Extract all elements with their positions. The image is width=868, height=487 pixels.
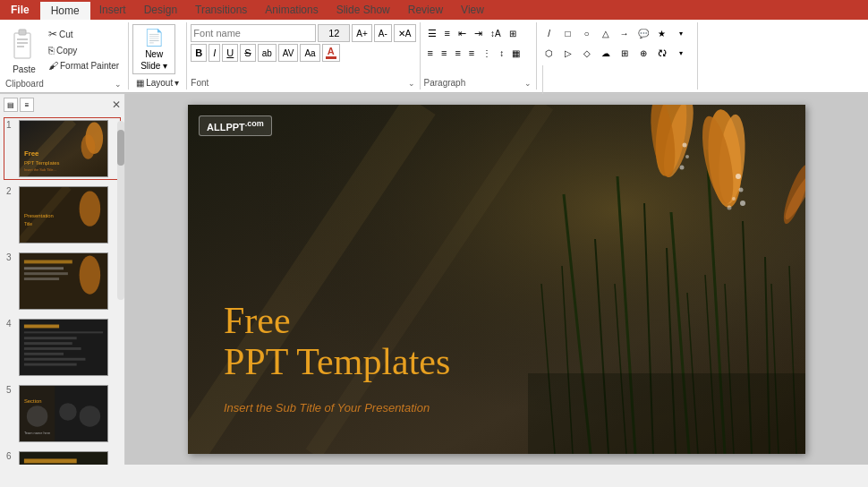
- underline-button[interactable]: U: [222, 44, 238, 62]
- clipboard-group: Paste ✂ Cut ⎘ Copy 🖌 Format Painter: [2, 22, 129, 90]
- font-grow-button[interactable]: A+: [352, 24, 372, 42]
- case-button[interactable]: Aa: [300, 44, 319, 62]
- font-shrink-button[interactable]: A-: [374, 24, 392, 42]
- align-center-button[interactable]: ≡: [438, 44, 450, 62]
- columns-button[interactable]: ⋮: [479, 44, 495, 62]
- tab-insert[interactable]: Insert: [90, 0, 135, 20]
- tab-slideshow[interactable]: Slide Show: [328, 0, 399, 20]
- tab-view[interactable]: View: [452, 0, 493, 20]
- spacing-button[interactable]: AV: [278, 44, 299, 62]
- indent-less-button[interactable]: ⇤: [455, 24, 470, 42]
- shape-oval[interactable]: ○: [578, 24, 596, 42]
- copy-icon: ⎘: [48, 45, 55, 56]
- svg-rect-18: [24, 260, 72, 263]
- slide-number-6: 6: [6, 451, 15, 461]
- shape-3[interactable]: ▷: [559, 44, 577, 62]
- drawing-group: / □ ○ △ → 💬 ★ ▾ ⬡ ▷ ◇ ☁ ⊞: [537, 22, 698, 90]
- shape-line[interactable]: /: [540, 24, 558, 42]
- new-slide-button[interactable]: 📄 New Slide ▾: [132, 24, 175, 74]
- shape-6[interactable]: ⊞: [616, 44, 634, 62]
- shape-rect[interactable]: □: [559, 24, 577, 42]
- svg-point-16: [80, 192, 101, 226]
- shape-triangle[interactable]: △: [597, 24, 615, 42]
- tab-review[interactable]: Review: [399, 0, 452, 20]
- slide-title: FreePPT Templates: [224, 300, 450, 382]
- copy-button[interactable]: ⎘ Copy: [45, 43, 123, 57]
- tab-animations[interactable]: Animations: [256, 0, 327, 20]
- shape-star[interactable]: ★: [653, 24, 671, 42]
- slide-item-3[interactable]: 3: [4, 250, 121, 312]
- shapes-scroll[interactable]: ▾: [672, 44, 690, 62]
- title-bar: File Home Insert Design Transitions Anim…: [0, 0, 868, 20]
- numbering-button[interactable]: ≡: [441, 24, 454, 42]
- align-left-button[interactable]: ≡: [424, 44, 437, 62]
- shape-arrow[interactable]: →: [616, 24, 634, 42]
- svg-rect-3: [17, 42, 28, 44]
- clipboard-expand-icon[interactable]: ⌄: [114, 80, 123, 89]
- font-clear-button[interactable]: ✕A: [394, 24, 416, 42]
- align-right-button[interactable]: ≡: [451, 44, 464, 62]
- tab-design[interactable]: Design: [135, 0, 186, 20]
- svg-text:Title: Title: [24, 222, 32, 226]
- ribbon-content: Paste ✂ Cut ⎘ Copy 🖌 Format Painter: [0, 20, 868, 93]
- file-tab[interactable]: File: [0, 0, 40, 20]
- cut-icon: ✂: [48, 28, 57, 40]
- font-color-button[interactable]: A: [322, 44, 340, 62]
- line-spacing-button[interactable]: ↕: [496, 44, 507, 62]
- tab-transitions[interactable]: Transitions: [186, 0, 256, 20]
- slides-view-button[interactable]: ▤: [4, 98, 18, 112]
- paragraph-group: ☰ ≡ ⇤ ⇥ ↕A ⊞ ≡ ≡ ≡ ≡ ⋮ ↕ ▦: [421, 22, 537, 90]
- svg-point-83: [680, 166, 685, 170]
- font-size-button[interactable]: 12: [318, 24, 350, 42]
- slide-number-5: 5: [6, 385, 15, 395]
- svg-rect-2: [17, 38, 28, 40]
- svg-point-35: [27, 406, 48, 427]
- text-direction-button[interactable]: ↕A: [487, 24, 505, 42]
- font-name-input[interactable]: [191, 24, 316, 42]
- layout-icon: ▦: [136, 78, 144, 88]
- panel-scrollbar[interactable]: [117, 121, 124, 300]
- shape-8[interactable]: 🗘: [653, 44, 671, 62]
- convert-button[interactable]: ⊞: [506, 24, 520, 42]
- shape-4[interactable]: ◇: [578, 44, 596, 62]
- chart-button[interactable]: ▦: [508, 44, 523, 62]
- slide-item-4[interactable]: 4: [4, 316, 121, 379]
- svg-point-74: [739, 188, 744, 192]
- slide-item-1[interactable]: 1 Free PPT Templates Insert the Sub Tit: [4, 117, 121, 180]
- slide-canvas[interactable]: ALLPPT.com FreePPT Templates Insert the …: [188, 105, 805, 454]
- paste-button[interactable]: Paste: [5, 24, 43, 77]
- shape-7[interactable]: ⊕: [634, 44, 652, 62]
- strikethrough-button[interactable]: S: [240, 44, 255, 62]
- shape-callout[interactable]: 💬: [634, 24, 652, 42]
- new-slide-icon: 📄: [144, 28, 164, 47]
- tab-home[interactable]: Home: [40, 0, 90, 20]
- shape-2[interactable]: ⬡: [540, 44, 558, 62]
- svg-point-75: [732, 197, 736, 201]
- slide-item-5[interactable]: 5 Section Team name here: [4, 382, 121, 445]
- justify-button[interactable]: ≡: [465, 44, 478, 62]
- paragraph-expand-icon[interactable]: ⌄: [523, 79, 532, 88]
- svg-rect-28: [24, 347, 81, 350]
- svg-rect-4: [17, 46, 24, 47]
- cut-button[interactable]: ✂ Cut: [45, 26, 123, 42]
- format-painter-button[interactable]: 🖌 Format Painter: [45, 58, 123, 73]
- slide-panel: ▤ ≡ ✕ 1 Free: [0, 94, 125, 465]
- svg-point-11: [81, 134, 96, 158]
- shadow-button[interactable]: ab: [258, 44, 277, 62]
- panel-close-button[interactable]: ✕: [112, 98, 121, 111]
- slide-item-6[interactable]: 6: [4, 449, 121, 465]
- italic-button[interactable]: I: [208, 44, 220, 62]
- layout-button[interactable]: ▦ Layout ▾: [132, 76, 183, 90]
- outline-view-button[interactable]: ≡: [20, 98, 34, 112]
- slide-number-2: 2: [6, 186, 15, 196]
- slide-thumb-2: Presentation Title: [19, 186, 108, 244]
- slide-thumb-4: [19, 319, 108, 376]
- bullets-button[interactable]: ☰: [424, 24, 440, 42]
- indent-more-button[interactable]: ⇥: [471, 24, 486, 42]
- shape-more[interactable]: ▾: [672, 24, 690, 42]
- font-expand-icon[interactable]: ⌄: [407, 79, 416, 88]
- slide-thumb-1: Free PPT Templates Insert the Sub Title.…: [19, 120, 108, 177]
- shape-5[interactable]: ☁: [597, 44, 615, 62]
- slide-item-2[interactable]: 2 Presentation Title: [4, 184, 121, 246]
- bold-button[interactable]: B: [191, 44, 207, 62]
